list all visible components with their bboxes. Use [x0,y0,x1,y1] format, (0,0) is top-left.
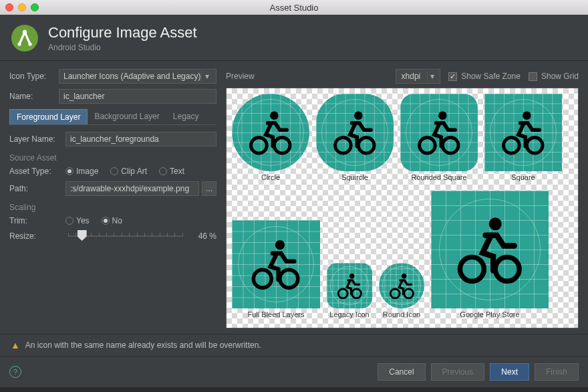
svg-point-14 [504,138,520,154]
svg-point-22 [402,274,406,278]
bicycle-icon [331,109,378,156]
resize-slider[interactable] [68,231,183,241]
tab-background-layer[interactable]: Background Layer [88,109,166,124]
chevron-down-icon: ▾ [427,72,437,81]
asset-type-text-radio[interactable]: Text [159,167,184,176]
preview-panel: Preview xhdpi ▾ Show Safe Zone Show Grid… [226,69,579,328]
svg-point-20 [338,288,347,298]
bicycle-icon [247,109,294,156]
preview-round_icon: Round Icon [379,263,424,318]
chevron-down-icon: ▾ [201,71,212,82]
trim-no-radio[interactable]: No [102,216,122,225]
tab-legacy[interactable]: Legacy [166,109,206,124]
svg-point-21 [351,288,361,298]
svg-point-8 [335,138,351,154]
bicycle-icon [416,109,462,156]
svg-point-3 [28,42,31,45]
preview-rounded_square: Rounded Square [400,94,478,181]
svg-point-6 [275,138,291,154]
icon-type-label: Icon Type: [9,72,55,81]
svg-point-2 [17,42,21,45]
help-button[interactable]: ? [9,366,21,378]
asset-type-clipart-radio[interactable]: Clip Art [110,167,147,176]
name-label: Name: [9,92,55,101]
svg-point-7 [354,112,363,120]
bicycle-icon [336,272,363,300]
layer-name-label: Layer Name: [9,134,61,144]
bicycle-icon [454,214,525,285]
show-grid-checkbox[interactable]: Show Grid [529,72,579,81]
preview-caption: Full Bleed Layers [248,310,305,318]
svg-point-5 [251,138,267,154]
resize-label: Resize: [9,231,61,241]
show-safe-zone-checkbox[interactable]: Show Safe Zone [448,72,521,81]
bicycle-icon [500,109,547,156]
cancel-button[interactable]: Cancel [378,363,425,381]
layer-name-field[interactable] [65,132,216,146]
warning-text: An icon with the same name already exist… [25,340,261,350]
svg-point-27 [495,258,519,282]
path-field[interactable] [65,181,199,196]
page-title: Configure Image Asset [48,24,197,41]
svg-point-25 [489,217,502,230]
wizard-header: Configure Image Asset Android Studio [0,15,588,61]
svg-point-13 [523,112,531,120]
warning-icon: ▲ [11,340,20,351]
preview-caption: Circle [261,173,280,181]
asset-type-label: Asset Type: [9,167,61,176]
svg-point-16 [275,240,285,250]
preview-squircle: Squircle [316,94,394,181]
finish-button[interactable]: Finish [535,363,579,381]
svg-point-12 [443,138,459,154]
svg-point-18 [280,270,298,288]
bicycle-icon [249,237,302,290]
asset-type-image-radio[interactable]: Image [65,167,98,176]
layer-tabs: Foreground Layer Background Layer Legacy [9,109,216,125]
svg-point-0 [11,25,38,52]
preview-circle: Circle [232,94,309,181]
preview-label: Preview [226,72,255,81]
svg-point-9 [359,138,375,154]
svg-point-23 [390,288,400,298]
preview-caption: Round Icon [383,310,420,318]
config-panel: Icon Type: Launcher Icons (Adaptive and … [9,69,216,328]
density-select[interactable]: xhdpi ▾ [396,69,441,84]
scaling-header: Scaling [9,203,216,212]
preview-caption: Google Play Store [460,310,519,318]
preview-caption: Squircle [341,173,368,181]
resize-value: 46 % [190,231,216,241]
preview-play_store: Google Play Store [431,191,549,318]
warning-bar: ▲ An icon with the same name already exi… [0,334,588,356]
preview-canvas: Circle Squircle Rounded Square [226,88,579,328]
name-field[interactable] [59,89,216,104]
preview-caption: Legacy Icon [329,310,369,318]
next-button[interactable]: Next [490,363,529,381]
previous-button[interactable]: Previous [431,363,485,381]
path-browse-button[interactable]: ... [202,181,216,196]
preview-caption: Rounded Square [411,173,466,181]
wizard-footer: ? Cancel Previous Next Finish [0,356,588,387]
preview-caption: Square [511,173,535,181]
svg-point-19 [349,274,354,278]
svg-point-24 [404,288,413,298]
trim-label: Trim: [9,216,61,225]
svg-point-1 [23,30,27,34]
preview-full_bleed: Full Bleed Layers [232,220,320,318]
page-subtitle: Android Studio [48,43,197,52]
svg-point-17 [254,270,272,288]
svg-point-4 [270,112,279,120]
icon-type-select[interactable]: Launcher Icons (Adaptive and Legacy) ▾ [59,69,216,84]
bicycle-icon [388,272,416,300]
trim-yes-radio[interactable]: Yes [65,216,90,225]
path-label: Path: [9,184,61,193]
preview-legacy_icon: Legacy Icon [327,263,372,318]
titlebar: Asset Studio [0,0,588,15]
android-studio-logo-icon [11,24,39,52]
window-title: Asset Studio [0,3,588,13]
svg-point-10 [438,112,447,120]
source-asset-header: Source Asset [9,153,216,163]
preview-square: Square [484,94,562,181]
svg-point-26 [460,258,484,282]
tab-foreground-layer[interactable]: Foreground Layer [9,109,88,124]
svg-point-11 [420,138,436,154]
